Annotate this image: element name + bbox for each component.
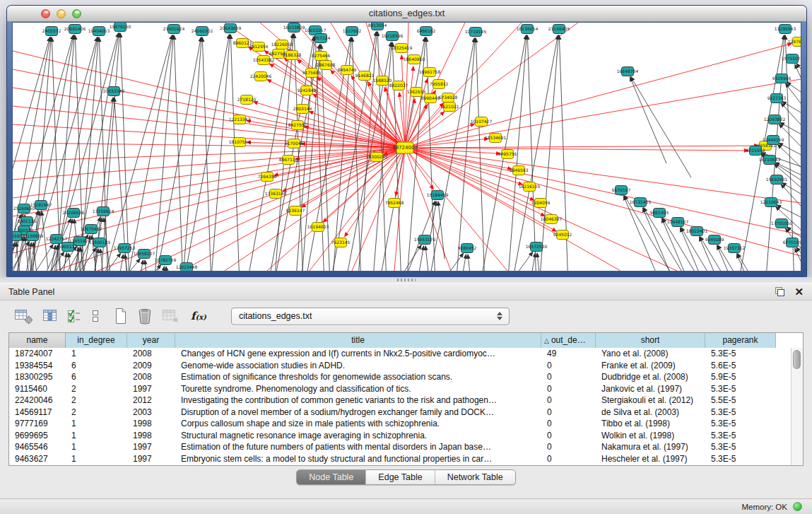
network-canvas-svg[interactable]: 8960123891295418226058982750810543382818… (13, 23, 801, 271)
cell-name[interactable]: 18724007 (9, 348, 66, 360)
cell-short[interactable]: Hescheler et al. (1997) (596, 453, 705, 465)
table-row[interactable]: 1830029562008Estimation of significance … (9, 371, 791, 383)
cell-pagerank[interactable]: 5.3E-5 (705, 430, 776, 442)
window-titlebar[interactable]: citations_edges.txt (7, 6, 806, 22)
cell-title[interactable]: Genome-wide association studies in ADHD. (175, 360, 541, 372)
cell-name[interactable]: 14569117 (9, 407, 66, 419)
cell-name[interactable]: 18300295 (9, 371, 66, 383)
cell-out_de[interactable]: 0 (541, 453, 596, 465)
table-settings-button[interactable] (13, 305, 35, 327)
cell-title[interactable]: Changes of HCN gene expression and I(f) … (175, 348, 541, 360)
cell-pagerank[interactable]: 5.3E-5 (705, 453, 776, 465)
cell-name[interactable]: 9115460 (9, 383, 66, 395)
column-header-year[interactable]: year (127, 333, 175, 348)
delete-table-button[interactable] (136, 305, 154, 327)
cell-name[interactable]: 9777169 (9, 418, 66, 430)
cell-in_degree[interactable]: 1 (66, 418, 127, 430)
cell-title[interactable]: Disruption of a novel member of a sodium… (175, 407, 541, 419)
cell-year[interactable]: 2008 (127, 348, 175, 360)
cell-in_degree[interactable]: 2 (66, 383, 127, 395)
tab-edge-table[interactable]: Edge Table (366, 470, 435, 484)
cell-title[interactable]: Structural magnetic resonance image aver… (175, 430, 541, 442)
show-columns-button[interactable] (66, 305, 83, 327)
cell-year[interactable]: 1998 (127, 430, 175, 442)
cell-out_de[interactable]: 0 (541, 407, 596, 419)
panel-splitter[interactable] (0, 277, 812, 283)
cell-out_de[interactable]: 0 (541, 430, 596, 442)
table-row[interactable]: 2242004622012Investigating the contribut… (9, 395, 791, 407)
cell-pagerank[interactable]: 5.3E-5 (705, 348, 776, 360)
column-header-title[interactable]: title (175, 333, 541, 348)
cell-pagerank[interactable]: 5.9E-5 (705, 371, 776, 383)
cell-title[interactable]: Embryonic stem cells: a model to study s… (175, 453, 541, 465)
cell-short[interactable]: Tibbo et al. (1998) (596, 418, 705, 430)
table-row[interactable]: 1872400712008Changes of HCN gene express… (9, 348, 791, 360)
cell-pagerank[interactable]: 5.3E-5 (705, 418, 776, 430)
column-header-short[interactable]: short (596, 333, 705, 348)
cell-in_degree[interactable]: 1 (66, 348, 127, 360)
cell-year[interactable]: 2009 (127, 360, 175, 372)
column-header-name[interactable]: name (9, 333, 66, 348)
table-scrollbar[interactable] (791, 348, 803, 465)
cell-title[interactable]: Estimation of significance thresholds fo… (175, 371, 541, 383)
cell-in_degree[interactable]: 2 (66, 395, 127, 407)
cell-title[interactable]: Tourette syndrome. Phenomenology and cla… (175, 383, 541, 395)
cell-name[interactable]: 9699695 (9, 430, 66, 442)
cell-title[interactable]: Corpus callosum shape and size in male p… (175, 418, 541, 430)
cell-in_degree[interactable]: 1 (66, 441, 127, 453)
row-height-button[interactable] (89, 305, 102, 327)
cell-out_de[interactable]: 0 (541, 441, 596, 453)
cell-pagerank[interactable]: 5.6E-5 (705, 360, 776, 372)
cell-title[interactable]: Investigating the contribution of common… (175, 395, 541, 407)
cell-in_degree[interactable]: 2 (66, 407, 127, 419)
cell-out_de[interactable]: 0 (541, 395, 596, 407)
cell-out_de[interactable]: 0 (541, 360, 596, 372)
tab-network-table[interactable]: Network Table (435, 470, 515, 484)
cell-title[interactable]: Estimation of the future numbers of pati… (175, 441, 541, 453)
cell-name[interactable]: 22420046 (9, 395, 66, 407)
cell-short[interactable]: Wolkin et al. (1998) (596, 430, 705, 442)
new-table-button[interactable] (112, 305, 129, 327)
table-row[interactable]: 946554611997Estimation of the future num… (9, 441, 791, 453)
cell-in_degree[interactable]: 6 (66, 371, 127, 383)
table-row[interactable]: 977716911998Corpus callosum shape and si… (9, 418, 791, 430)
cell-year[interactable]: 1997 (127, 383, 175, 395)
cell-name[interactable]: 9463627 (9, 453, 66, 465)
table-row[interactable]: 911546021997Tourette syndrome. Phenomeno… (9, 383, 791, 395)
cell-short[interactable]: Franke et al. (2009) (596, 360, 705, 372)
scrollbar-thumb[interactable] (793, 350, 801, 369)
cell-year[interactable]: 1998 (127, 418, 175, 430)
table-row[interactable]: 969969511998Structural magnetic resonanc… (9, 430, 791, 442)
cell-short[interactable]: Dudbridge et al. (2008) (596, 371, 705, 383)
cell-year[interactable]: 1997 (127, 453, 175, 465)
cell-year[interactable]: 2003 (127, 407, 175, 419)
cell-in_degree[interactable]: 6 (66, 360, 127, 372)
table-row[interactable]: 1938455462009Genome-wide association stu… (9, 360, 791, 372)
select-column-button[interactable] (41, 305, 59, 327)
cell-out_de[interactable]: 0 (541, 371, 596, 383)
cell-year[interactable]: 2008 (127, 371, 175, 383)
cell-in_degree[interactable]: 1 (66, 430, 127, 442)
cell-name[interactable]: 9465546 (9, 441, 66, 453)
cell-in_degree[interactable]: 1 (66, 453, 127, 465)
function-builder-button[interactable]: f(x) (189, 305, 208, 327)
cell-year[interactable]: 1997 (127, 441, 175, 453)
cell-pagerank[interactable]: 5.3E-5 (705, 407, 776, 419)
column-header-pagerank[interactable]: pagerank (705, 333, 776, 348)
cell-short[interactable]: Stergiakouli et al. (2012) (596, 395, 705, 407)
cell-out_de[interactable]: 0 (541, 418, 596, 430)
cell-short[interactable]: Jankovic et al. (1997) (596, 383, 705, 395)
table-row[interactable]: 1456911722003Disruption of a novel membe… (9, 407, 791, 419)
cell-year[interactable]: 2012 (127, 395, 175, 407)
network-canvas[interactable]: 8960123891295418226058982750810543382818… (12, 22, 801, 271)
cell-out_de[interactable]: 49 (541, 348, 596, 360)
tab-node-table[interactable]: Node Table (297, 470, 366, 484)
cell-short[interactable]: de Silva et al. (2003) (596, 407, 705, 419)
cell-pagerank[interactable]: 5.3E-5 (705, 441, 776, 453)
cell-short[interactable]: Nakamura et al. (1997) (596, 441, 705, 453)
cell-pagerank[interactable]: 5.5E-5 (705, 395, 776, 407)
table-select-dropdown[interactable]: citations_edges.txt (231, 308, 510, 325)
table-row[interactable]: 946362711997Embryonic stem cells: a mode… (9, 453, 791, 465)
close-panel-icon[interactable]: ✕ (794, 287, 804, 296)
float-window-icon[interactable] (775, 287, 784, 296)
